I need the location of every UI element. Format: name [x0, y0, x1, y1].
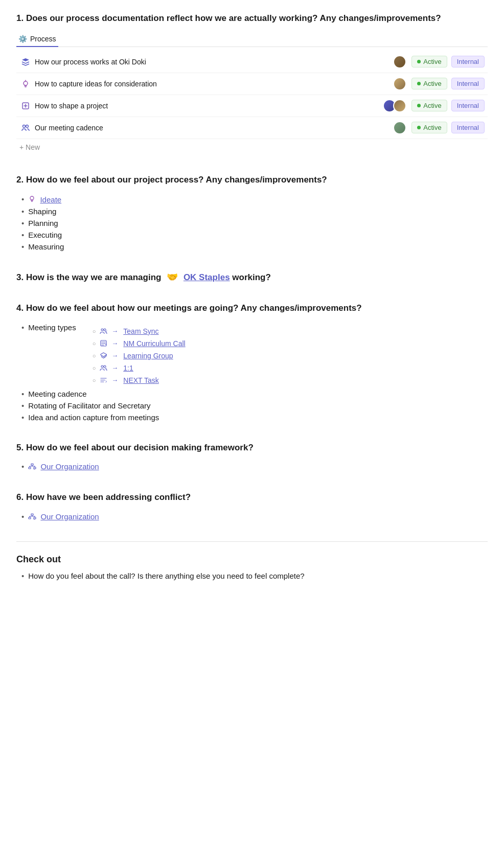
section-5-list: Our Organization — [16, 461, 488, 473]
section-1: 1. Does our process documentation reflec… — [16, 12, 488, 155]
svg-point-9 — [104, 366, 106, 368]
doc-name-2: How to capture ideas for consideration — [32, 80, 393, 88]
doc-icon-layers — [19, 57, 32, 66]
arrow-icon: → — [111, 364, 118, 372]
nm-curriculum-link[interactable]: NM Curriculum Call — [123, 339, 185, 348]
list-item-text: Idea and action capture from meetings — [28, 413, 159, 422]
svg-rect-10 — [31, 464, 33, 465]
learning-group-link[interactable]: Learning Group — [123, 352, 173, 360]
visibility-badge-2: Internal — [451, 78, 485, 89]
visibility-badge-3: Internal — [451, 100, 485, 111]
svg-point-2 — [23, 125, 26, 127]
team-sync-link[interactable]: Team Sync — [123, 327, 158, 335]
ok-staples-link[interactable]: OK Staples — [184, 272, 230, 282]
svg-point-3 — [26, 125, 29, 127]
arrow-icon: → — [111, 352, 118, 359]
list-item-text: Executing — [28, 231, 62, 239]
org-icon-1 — [28, 463, 36, 471]
list-item-org-1: Our Organization — [21, 461, 488, 473]
next-task-icon — [100, 376, 107, 384]
section-3-title: 3. How is the way we are managing 🤝 OK S… — [16, 271, 488, 284]
process-tab[interactable]: ⚙️ Process — [16, 32, 58, 47]
list-item-text: Rotating of Facilitator and Secretary — [28, 401, 150, 410]
sub-list-item-learning-group: → Learning Group — [93, 350, 186, 362]
arrow-icon: → — [111, 376, 118, 384]
doc-icon-bulb — [19, 79, 32, 88]
doc-avatars-3 — [383, 99, 406, 112]
doc-name-1: How our process works at Oki Doki — [32, 58, 393, 66]
section-6-list: Our Organization — [16, 511, 488, 523]
list-item: Shaping — [21, 205, 488, 217]
list-item-text: Shaping — [28, 207, 56, 216]
svg-point-5 — [101, 329, 103, 331]
tab-bar: ⚙️ Process — [16, 32, 488, 47]
ok-staples-emoji: 🤝 — [167, 272, 178, 282]
section-5: 5. How do we feel about our decision mak… — [16, 442, 488, 473]
section-2-list: Ideate Shaping Planning Executing Measur… — [16, 193, 488, 253]
list-item-text: Meeting cadence — [28, 390, 86, 398]
svg-rect-11 — [29, 467, 31, 469]
section-5-title: 5. How do we feel about our decision mak… — [16, 442, 488, 454]
team-sync-icon — [100, 327, 107, 335]
org-link-2[interactable]: Our Organization — [40, 512, 99, 521]
process-tab-label: Process — [30, 35, 56, 43]
sub-list-item-nm-curriculum: → NM Curriculum Call — [93, 337, 186, 350]
section-6: 6. How have we been addressing conflict?… — [16, 491, 488, 523]
sub-list-item-next-task: → NEXT Task — [93, 374, 186, 386]
arrow-icon: → — [111, 327, 118, 335]
list-item-text: Planning — [28, 219, 58, 227]
svg-rect-15 — [34, 517, 36, 519]
curriculum-icon — [100, 339, 107, 347]
avatar — [393, 99, 406, 112]
doc-name-4: Our meeting cadence — [32, 124, 393, 132]
section-4: 4. How do we feel about how our meetings… — [16, 302, 488, 423]
doc-row-3[interactable]: How to shape a project Active Internal — [16, 95, 488, 117]
doc-row-2[interactable]: How to capture ideas for consideration A… — [16, 73, 488, 95]
list-item: Executing — [21, 229, 488, 241]
doc-row-4[interactable]: Our meeting cadence Active Internal — [16, 117, 488, 139]
avatar — [393, 77, 406, 90]
ideate-icon — [28, 195, 36, 202]
meeting-types-sublist: → Team Sync → NM Curriculum Call — [80, 325, 186, 386]
list-item-cadence: Meeting cadence — [21, 388, 488, 400]
doc-icon-shape — [19, 101, 32, 110]
org-link-1[interactable]: Our Organization — [40, 462, 99, 471]
oneone-link[interactable]: 1:1 — [123, 364, 133, 372]
meeting-types-text: Meeting types — [28, 323, 76, 332]
svg-rect-12 — [34, 467, 36, 469]
list-item-meeting-types: Meeting types → Team Sync — [21, 322, 488, 388]
add-new-button[interactable]: + New — [16, 139, 488, 155]
section-3: 3. How is the way we are managing 🤝 OK S… — [16, 271, 488, 284]
list-item-content: Our Organization — [28, 512, 99, 521]
svg-point-4 — [30, 196, 34, 200]
checkout-item-text: How do you feel about the call? Is there… — [28, 572, 304, 580]
doc-row-1[interactable]: How our process works at Oki Doki Active… — [16, 51, 488, 73]
sub-list-item-oneone: → 1:1 — [93, 362, 186, 374]
svg-point-0 — [24, 81, 28, 85]
avatar — [393, 55, 406, 68]
section-3-suffix: working? — [232, 272, 271, 282]
section-1-title: 1. Does our process documentation reflec… — [16, 12, 488, 25]
checkout-section: Check out How do you feel about the call… — [16, 554, 488, 582]
section-3-prefix: 3. How is the way we are managing — [16, 272, 161, 282]
status-label: Active — [423, 80, 441, 87]
doc-icon-people — [19, 123, 32, 132]
status-label: Active — [423, 102, 441, 109]
list-item-content: Ideate — [28, 195, 61, 204]
learning-group-icon — [100, 352, 107, 359]
list-item: Measuring — [21, 241, 488, 253]
avatar — [393, 121, 406, 134]
doc-avatars-4 — [393, 121, 406, 134]
checkout-list: How do you feel about the call? Is there… — [16, 570, 488, 582]
status-badge-1: Active — [411, 56, 447, 67]
list-item-content: Our Organization — [28, 462, 99, 471]
ideate-link[interactable]: Ideate — [40, 195, 61, 204]
svg-point-8 — [101, 366, 103, 368]
doc-avatars-1 — [393, 55, 406, 68]
svg-rect-14 — [29, 517, 31, 519]
svg-point-6 — [104, 329, 106, 331]
section-2-title: 2. How do we feel about our project proc… — [16, 174, 488, 186]
list-item: Ideate — [21, 193, 488, 205]
next-task-link[interactable]: NEXT Task — [123, 376, 159, 384]
status-dot — [417, 82, 421, 85]
